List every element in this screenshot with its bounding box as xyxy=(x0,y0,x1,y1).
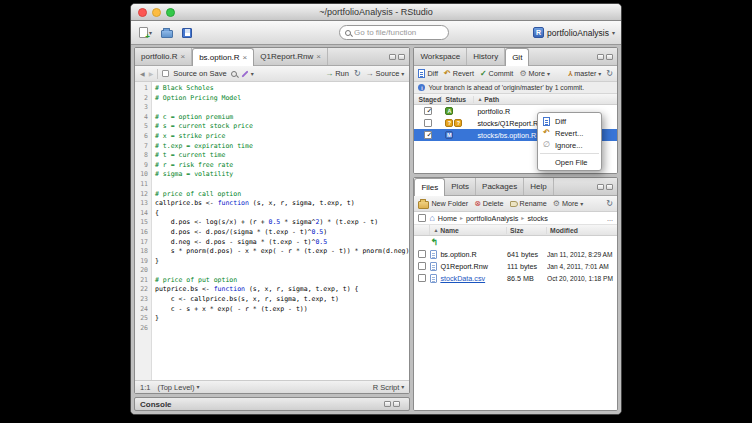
zoom-window-button[interactable] xyxy=(166,8,175,17)
file-name[interactable]: Q1Report.Rnw xyxy=(440,262,488,271)
revert-label: Revert xyxy=(453,69,474,78)
file-name[interactable]: bs.option.R xyxy=(440,250,476,259)
close-tab-icon[interactable] xyxy=(243,54,248,62)
pane-controls xyxy=(380,401,404,407)
rerun-icon[interactable] xyxy=(354,70,361,78)
close-tab-icon[interactable] xyxy=(180,53,185,61)
more-button[interactable]: More xyxy=(519,69,550,78)
file-row[interactable]: bs.option.R 641 bytes Jan 11, 2012, 8:29… xyxy=(414,248,617,260)
tab-packages[interactable]: Packages xyxy=(476,178,524,195)
up-directory-icon[interactable] xyxy=(430,238,438,247)
console-pane-header[interactable]: Console xyxy=(134,397,410,411)
minimize-pane-button[interactable] xyxy=(389,54,396,60)
delete-button[interactable]: Delete xyxy=(474,199,503,208)
source-on-save-checkbox[interactable] xyxy=(162,70,169,77)
tab-bs-option-r[interactable]: bs.option.R xyxy=(192,48,254,66)
file-name[interactable]: stockData.csv xyxy=(440,274,485,283)
close-window-button[interactable] xyxy=(138,8,147,17)
parent-directory-row[interactable] xyxy=(414,236,617,248)
more-button[interactable]: More xyxy=(553,199,584,208)
menu-item-diff[interactable]: Diff xyxy=(538,115,601,127)
menu-item-ignore[interactable]: Ignore... xyxy=(538,139,601,151)
save-button[interactable] xyxy=(180,27,194,39)
staged-checkbox[interactable] xyxy=(424,107,432,115)
code-tools-button[interactable] xyxy=(241,71,254,77)
tab-workspace[interactable]: Workspace xyxy=(414,48,467,65)
refresh-icon[interactable] xyxy=(606,200,613,208)
source-button[interactable]: Source xyxy=(366,69,405,78)
open-file-button[interactable] xyxy=(159,27,175,39)
refresh-icon[interactable] xyxy=(606,70,613,78)
line-number: 10 xyxy=(135,170,151,180)
find-in-file-icon[interactable] xyxy=(231,71,237,77)
staged-checkbox[interactable] xyxy=(424,131,432,139)
line-number: 11 xyxy=(135,180,151,190)
minimize-window-button[interactable] xyxy=(152,8,161,17)
branch-status-bar: Your branch is ahead of 'origin/master' … xyxy=(414,82,617,94)
back-button[interactable] xyxy=(140,71,145,77)
tab-help[interactable]: Help xyxy=(524,178,553,195)
tab-plots[interactable]: Plots xyxy=(445,178,476,195)
maximize-pane-button[interactable] xyxy=(606,54,613,60)
staged-column-header[interactable]: Staged xyxy=(414,96,442,103)
file-checkbox[interactable] xyxy=(418,274,426,282)
maximize-pane-button[interactable] xyxy=(606,184,613,190)
tab-label: portfolio.R xyxy=(141,52,177,61)
revert-button[interactable]: Revert xyxy=(444,69,474,78)
file-checkbox[interactable] xyxy=(418,250,426,258)
pane-controls xyxy=(385,54,409,60)
tab-history[interactable]: History xyxy=(467,48,505,65)
minimize-pane-button[interactable] xyxy=(597,184,604,190)
menu-item-open-file[interactable]: Open File xyxy=(538,156,601,168)
project-name: portfolioAnalysis xyxy=(547,28,609,38)
maximize-pane-button[interactable] xyxy=(398,54,405,60)
new-folder-button[interactable]: New Folder xyxy=(418,199,468,209)
scope-selector[interactable]: (Top Level) xyxy=(157,383,199,392)
select-all-checkbox[interactable] xyxy=(418,214,426,222)
new-file-button[interactable] xyxy=(137,26,154,39)
breadcrumb-overflow-button[interactable]: ... xyxy=(607,214,613,223)
tab-q1report-rnw[interactable]: Q1Report.Rnw xyxy=(254,48,328,65)
main-toolbar: portfolioAnalysis xyxy=(131,21,621,45)
goto-file-input[interactable] xyxy=(354,28,443,37)
tab-portfolio-r[interactable]: portfolio.R xyxy=(135,48,192,65)
diff-button[interactable]: Diff xyxy=(418,69,438,78)
run-button[interactable]: Run xyxy=(325,69,349,78)
branch-name: master xyxy=(574,69,596,78)
file-row[interactable]: Q1Report.Rnw 111 bytes Jan 4, 2011, 7:01… xyxy=(414,260,617,272)
forward-button[interactable] xyxy=(149,71,154,77)
file-type-selector[interactable]: R Script xyxy=(373,383,405,392)
info-icon xyxy=(418,84,425,91)
breadcrumb-stocks[interactable]: stocks xyxy=(527,214,547,223)
file-checkbox[interactable] xyxy=(418,262,426,270)
project-menu-button[interactable]: portfolioAnalysis xyxy=(533,27,615,38)
path-column-header[interactable]: Path xyxy=(474,96,617,103)
menu-item-revert[interactable]: Revert... xyxy=(538,127,601,139)
breadcrumb-portfolioanalysis[interactable]: portfolioAnalysis xyxy=(466,214,518,223)
gear-icon xyxy=(519,70,526,78)
size-column-header[interactable]: Size xyxy=(507,227,547,234)
tab-files[interactable]: Files xyxy=(414,178,445,196)
line-number: 24 xyxy=(135,305,151,315)
modified-column-header[interactable]: Modified xyxy=(547,227,617,234)
minimize-pane-button[interactable] xyxy=(597,54,604,60)
maximize-pane-button[interactable] xyxy=(393,401,400,407)
file-row[interactable]: stockData.csv 86.5 MB Oct 20, 2010, 1:18… xyxy=(414,272,617,284)
tab-git[interactable]: Git xyxy=(505,48,529,66)
staged-checkbox[interactable] xyxy=(424,119,432,127)
name-column-header[interactable]: Name xyxy=(430,227,507,234)
goto-file-search[interactable] xyxy=(339,25,449,40)
code-editor[interactable]: 1# Black Scholes2# Option Pricing Model3… xyxy=(135,82,409,380)
commit-button[interactable]: Commit xyxy=(480,69,513,78)
tab-label: Help xyxy=(530,182,546,191)
close-tab-icon[interactable] xyxy=(316,53,321,61)
code-line: 1# Black Scholes xyxy=(135,84,409,94)
status-column-header[interactable]: Status xyxy=(442,96,474,103)
breadcrumb-home[interactable]: Home xyxy=(438,214,457,223)
file-type-label: R Script xyxy=(373,383,400,392)
branch-selector[interactable]: master xyxy=(568,69,602,78)
save-icon xyxy=(182,28,192,38)
rename-button[interactable]: Rename xyxy=(510,199,547,208)
code-line: 16 d.pos <- d.pos/(sigma * (t.exp - t)^0… xyxy=(135,228,409,238)
minimize-pane-button[interactable] xyxy=(384,401,391,407)
